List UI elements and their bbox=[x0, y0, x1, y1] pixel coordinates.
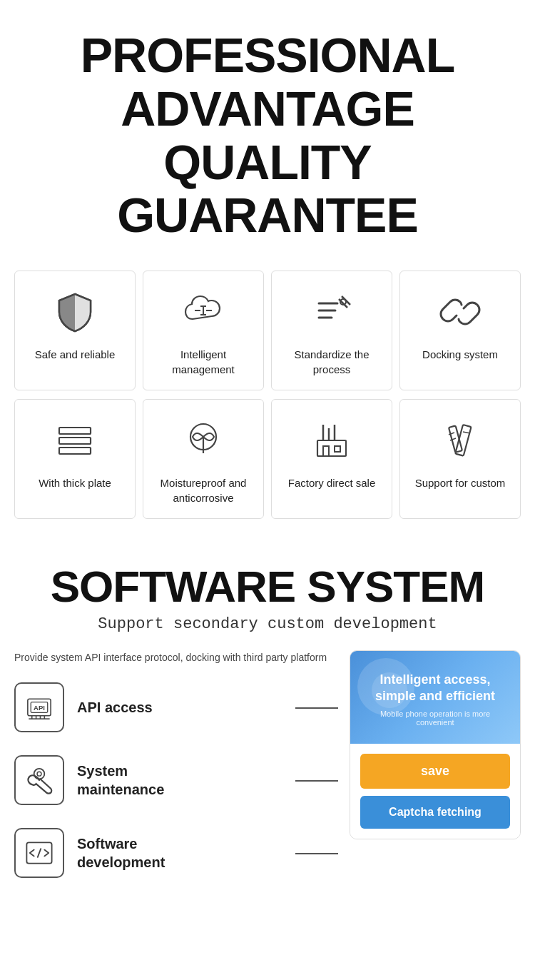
feature-label-docking: Docking system bbox=[422, 347, 498, 362]
svg-rect-16 bbox=[317, 440, 346, 456]
svg-point-36 bbox=[34, 769, 45, 779]
software-content: Provide system API interface protocol, d… bbox=[14, 650, 521, 901]
feature-label-plate: With thick plate bbox=[39, 475, 111, 490]
plant-icon bbox=[178, 415, 228, 465]
link-icon bbox=[435, 287, 485, 337]
software-item-api: API API access bbox=[14, 682, 338, 732]
feature-label-custom: Support for custom bbox=[415, 475, 506, 490]
connector-api bbox=[295, 707, 338, 709]
features-section: Safe and reliable Intelligent management bbox=[0, 263, 535, 542]
feature-factory: Factory direct sale bbox=[271, 399, 392, 519]
feature-label-factory: Factory direct sale bbox=[288, 475, 376, 490]
cloud-icon bbox=[178, 287, 228, 337]
panel-sub-text: Mobile phone operation is more convenien… bbox=[362, 709, 509, 727]
svg-rect-17 bbox=[323, 446, 329, 456]
factory-icon bbox=[307, 415, 357, 465]
software-title: SOFTWARE SYSTEM bbox=[14, 563, 521, 610]
svg-rect-12 bbox=[59, 438, 91, 444]
svg-rect-25 bbox=[449, 426, 462, 453]
captcha-button[interactable]: Captcha fetching bbox=[360, 796, 510, 829]
panel-buttons: save Captcha fetching bbox=[350, 744, 520, 839]
software-desc: Provide system API interface protocol, d… bbox=[14, 650, 338, 665]
wrench-icon bbox=[14, 755, 64, 805]
feature-intelligent: Intelligent management bbox=[143, 271, 264, 390]
software-item-development: Softwaredevelopment bbox=[14, 828, 338, 878]
feature-label-intelligent: Intelligent management bbox=[151, 347, 256, 377]
svg-rect-18 bbox=[335, 446, 340, 452]
feature-label-standardize: Standardize the process bbox=[279, 347, 384, 377]
layers-icon bbox=[50, 415, 100, 465]
feature-label-moisture: Moistureproof and anticorrosive bbox=[151, 475, 256, 505]
feature-standardize: Standardize the process bbox=[271, 271, 392, 390]
features-row-2: With thick plate Moistureproof and antic… bbox=[14, 399, 521, 519]
main-title: PROFESSIONAL ADVANTAGE QUALITY GUARANTEE bbox=[14, 29, 521, 242]
code-icon bbox=[14, 828, 64, 878]
feature-docking: Docking system bbox=[399, 271, 521, 390]
svg-line-24 bbox=[463, 432, 470, 433]
svg-text:API: API bbox=[34, 704, 45, 712]
software-right-panel: Intelligent access, simple and efficient… bbox=[350, 650, 521, 839]
feature-safe-reliable: Safe and reliable bbox=[14, 271, 136, 390]
software-left: Provide system API interface protocol, d… bbox=[14, 650, 338, 901]
header-section: PROFESSIONAL ADVANTAGE QUALITY GUARANTEE bbox=[0, 0, 535, 263]
checklist-icon bbox=[307, 287, 357, 337]
software-section: SOFTWARE SYSTEM Support secondary custom… bbox=[0, 542, 535, 915]
connector-maintenance bbox=[295, 780, 338, 782]
feature-thick-plate: With thick plate bbox=[14, 399, 136, 519]
panel-main-text: Intelligent access, simple and efficient bbox=[362, 672, 509, 705]
pencil-ruler-icon bbox=[435, 415, 485, 465]
feature-label-safe: Safe and reliable bbox=[35, 347, 116, 362]
svg-line-39 bbox=[38, 849, 41, 857]
svg-point-37 bbox=[37, 772, 41, 777]
svg-rect-13 bbox=[59, 448, 91, 454]
feature-custom: Support for custom bbox=[399, 399, 521, 519]
software-item-label-maintenance: Systemmaintenance bbox=[77, 762, 164, 799]
api-icon: API bbox=[14, 682, 64, 732]
save-button[interactable]: save bbox=[360, 754, 510, 789]
connector-dev bbox=[295, 853, 338, 854]
software-item-label-dev: Softwaredevelopment bbox=[77, 834, 165, 872]
svg-rect-11 bbox=[59, 428, 91, 434]
panel-top: Intelligent access, simple and efficient… bbox=[350, 651, 520, 744]
feature-moistureproof: Moistureproof and anticorrosive bbox=[143, 399, 264, 519]
shield-icon bbox=[50, 287, 100, 337]
features-row-1: Safe and reliable Intelligent management bbox=[14, 271, 521, 390]
software-item-label-api: API access bbox=[77, 698, 153, 717]
software-subtitle: Support secondary custom development bbox=[14, 615, 521, 633]
software-item-maintenance: Systemmaintenance bbox=[14, 755, 338, 805]
